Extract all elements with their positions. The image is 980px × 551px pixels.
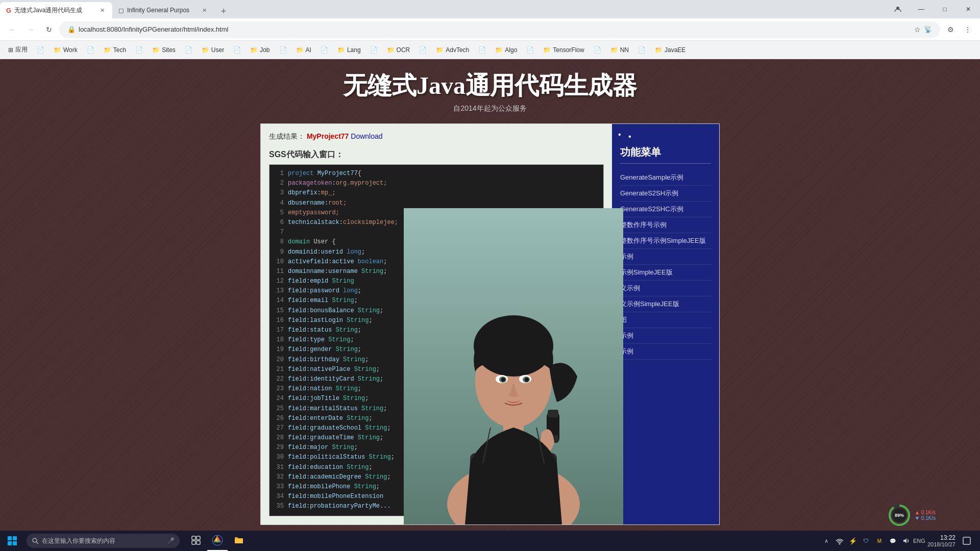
speaker-icon — [902, 537, 910, 544]
taskbar-chrome[interactable] — [207, 531, 228, 551]
address-bar[interactable]: 🔒 localhost:8080/InfinityGPGenerator/htm… — [59, 21, 940, 38]
bookmark-doc11[interactable]: 📄 — [522, 44, 538, 56]
tab-1[interactable]: G 无缝式Java通用代码生成 ✕ — [0, 2, 112, 18]
tab2-close[interactable]: ✕ — [200, 6, 208, 14]
menu-item-4[interactable]: 整数作序号示例SimpleJEE版 — [620, 233, 711, 249]
right-panel: • 功能菜单 GenerateSample示例 GenerateS2SH示例 G… — [612, 124, 719, 524]
folder-tech-icon: 📁 — [104, 46, 111, 54]
menu-item-7[interactable]: 义示例 — [620, 281, 711, 296]
speed-percent: 89% — [895, 513, 904, 518]
chrome-icon — [212, 535, 223, 546]
result-project-link[interactable]: MyProject77 — [307, 132, 349, 140]
close-button[interactable]: ✕ — [957, 0, 980, 18]
portrait-area — [404, 124, 623, 524]
language-icon[interactable]: ENG — [914, 536, 924, 546]
doc-icon-4: 📄 — [185, 46, 192, 54]
menu-item-0[interactable]: GenerateSample示例 — [620, 170, 711, 186]
chat-icon[interactable]: 💬 — [888, 536, 898, 546]
bookmark-star[interactable]: ☆ — [914, 26, 921, 34]
bookmark-doc10[interactable]: 📄 — [474, 44, 490, 56]
taskbar-search[interactable]: 在这里输入你要搜索的内容 🎤 — [27, 534, 180, 548]
menu-item-5[interactable]: 示例 — [620, 249, 711, 265]
menu-item-3[interactable]: 整数作序号示例 — [620, 217, 711, 233]
minimize-button[interactable]: — — [910, 0, 933, 18]
bookmark-advtech[interactable]: 📁 AdvTech — [432, 44, 473, 56]
security-icon[interactable]: 🛡 — [861, 536, 871, 546]
doc-icon-9: 📄 — [419, 46, 427, 54]
speed-indicator: 89% ▲ 0.1K/s ▼ 0.1K/s — [888, 505, 939, 525]
bookmark-ai[interactable]: 📁 AI — [292, 44, 315, 56]
tab1-close[interactable]: ✕ — [98, 6, 106, 14]
speed-vals: ▲ 0.1K/s ▼ 0.1K/s — [915, 510, 936, 521]
back-button[interactable]: ← — [4, 21, 20, 38]
folder-nn-icon: 📁 — [610, 46, 618, 54]
tab1-favicon: G — [6, 7, 11, 14]
doc-icon-1: 📄 — [37, 46, 44, 54]
menu-item-1[interactable]: GenerateS2SH示例 — [620, 186, 711, 202]
main-box: 生成结果： MyProject77 Download SGS代码输入窗口： 1 … — [260, 123, 720, 525]
cast-icon[interactable]: 📡 — [924, 26, 932, 33]
notification-button[interactable] — [959, 531, 975, 551]
bookmark-work[interactable]: 📁 Work — [50, 44, 82, 56]
bookmark-ocr[interactable]: 📁 OCR — [383, 44, 414, 56]
svg-rect-15 — [548, 410, 558, 417]
bookmark-doc5[interactable]: 📄 — [229, 44, 245, 56]
page-content: 无缝式Java通用代码生成器 自2014年起为公众服务 生成结果： MyProj… — [0, 59, 980, 551]
download-link[interactable]: Download — [351, 132, 382, 140]
bookmark-doc8[interactable]: 📄 — [366, 44, 382, 56]
bookmark-sites[interactable]: 📁 Sites — [148, 44, 180, 56]
extensions-button[interactable]: ⚙ — [942, 21, 959, 38]
bookmark-tensorflow[interactable]: 📁 TensorFlow — [539, 44, 588, 56]
taskbar: 在这里输入你要搜索的内容 🎤 — [0, 531, 980, 551]
bookmark-lang[interactable]: 📁 Lang — [333, 44, 365, 56]
menu-item-2[interactable]: GenerateS2SHC示例 — [620, 202, 711, 217]
bookmark-doc4[interactable]: 📄 — [181, 44, 197, 56]
bookmark-job[interactable]: 📁 Job — [246, 44, 274, 56]
profile-icon — [894, 5, 902, 13]
clock[interactable]: 13:22 2018/10/27 — [927, 534, 955, 547]
toolbar-icons: ⚙ ⋮ — [942, 21, 976, 38]
bluetooth-icon[interactable]: ⚡ — [848, 536, 858, 546]
folder-user-icon: 📁 — [202, 46, 209, 54]
network-icon[interactable] — [835, 536, 845, 546]
app-tray-icon[interactable]: M — [874, 536, 885, 546]
menu-item-9[interactable]: 图 — [620, 312, 711, 328]
bookmark-user[interactable]: 📁 User — [198, 44, 228, 56]
folder-advtech-icon: 📁 — [436, 46, 444, 54]
bookmark-doc6[interactable]: 📄 — [275, 44, 291, 56]
menu-button[interactable]: ⋮ — [960, 21, 976, 38]
microphone-icon[interactable]: 🎤 — [167, 537, 175, 544]
bookmark-doc7[interactable]: 📄 — [316, 44, 332, 56]
maximize-button[interactable]: □ — [933, 0, 957, 18]
tray-expand-icon[interactable]: ∧ — [821, 536, 831, 546]
volume-icon[interactable] — [901, 536, 911, 546]
start-button[interactable] — [0, 531, 24, 551]
taskbar-explorer[interactable] — [229, 531, 249, 551]
menu-item-6[interactable]: 示例SimpleJEE版 — [620, 265, 711, 281]
menu-item-10[interactable]: 示例 — [620, 328, 711, 344]
folder-ai-icon: 📁 — [296, 46, 304, 54]
bookmark-doc1[interactable]: 📄 — [33, 44, 48, 56]
bookmark-algo[interactable]: 📁 Algo — [491, 44, 521, 56]
bookmark-nn[interactable]: 📁 NN — [606, 44, 633, 56]
bookmark-javaee[interactable]: 📁 JavaEE — [651, 44, 690, 56]
bookmark-doc13[interactable]: 📄 — [634, 44, 650, 56]
profile-button[interactable] — [886, 0, 910, 18]
bookmark-doc9[interactable]: 📄 — [415, 44, 431, 56]
menu-item-8[interactable]: 义示例SimpleJEE版 — [620, 296, 711, 312]
folder-algo-icon: 📁 — [495, 46, 503, 54]
browser-chrome: G 无缝式Java通用代码生成 ✕ ◻ Infinity General Pur… — [0, 0, 980, 59]
new-tab-button[interactable]: + — [216, 4, 231, 18]
bookmark-doc2[interactable]: 📄 — [83, 44, 99, 56]
menu-item-11[interactable]: 示例 — [620, 344, 711, 360]
page-inner: 无缝式Java通用代码生成器 自2014年起为公众服务 生成结果： MyProj… — [0, 59, 980, 535]
reload-button[interactable]: ↻ — [41, 21, 57, 38]
bookmark-doc3[interactable]: 📄 — [131, 44, 147, 56]
tab-2[interactable]: ◻ Infinity General Purpos ✕ — [112, 2, 214, 18]
taskbar-item-view[interactable] — [186, 531, 206, 551]
bookmark-doc12[interactable]: 📄 — [590, 44, 605, 56]
bookmark-apps[interactable]: ⊞ 应用 — [4, 43, 32, 56]
bookmark-tech[interactable]: 📁 Tech — [100, 44, 130, 56]
forward-button[interactable]: → — [22, 21, 39, 38]
svg-rect-28 — [192, 541, 195, 544]
